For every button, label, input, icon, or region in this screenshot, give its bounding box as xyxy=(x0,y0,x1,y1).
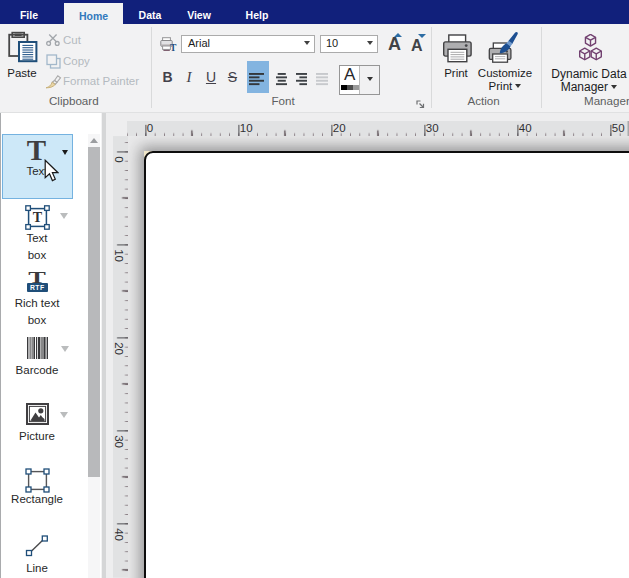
svg-text:20: 20 xyxy=(332,122,345,134)
svg-text:40: 40 xyxy=(113,528,125,541)
svg-text:0: 0 xyxy=(113,157,125,163)
svg-text:30: 30 xyxy=(425,122,438,134)
svg-text:50: 50 xyxy=(611,122,624,134)
svg-text:10: 10 xyxy=(113,250,125,263)
svg-text:20: 20 xyxy=(113,342,125,355)
svg-text:10: 10 xyxy=(239,122,252,134)
svg-text:T: T xyxy=(33,210,43,225)
svg-text:T: T xyxy=(169,43,176,52)
svg-text:30: 30 xyxy=(113,435,125,448)
svg-text:0: 0 xyxy=(146,122,152,134)
svg-text:40: 40 xyxy=(518,122,531,134)
